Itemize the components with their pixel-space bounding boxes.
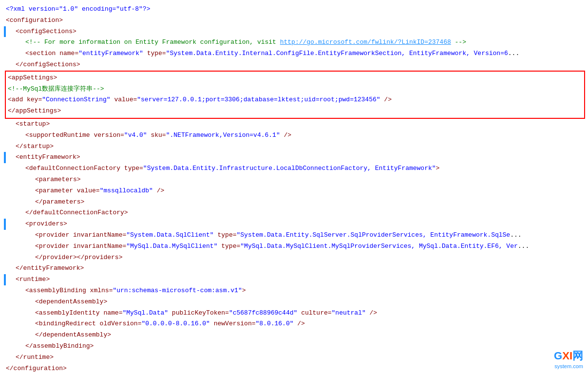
code-text: --> — [451, 38, 466, 46]
code-line-l13: <parameter value="mssqllocaldb" /> — [4, 186, 588, 197]
code-line-l25: <bindingRedirect oldVersion="0.0.0.0-8.0… — [4, 318, 588, 330]
code-line-l18: <provider invariantName="MySql.Data.MySq… — [4, 241, 588, 252]
code-text: <defaultConnectionFactory type= — [25, 165, 143, 172]
code-text: <providers> — [25, 220, 67, 227]
line-bar — [4, 26, 6, 37]
code-text: <bindingRedirect oldVersion= — [35, 320, 141, 327]
code-text: > — [242, 287, 246, 294]
code-text: <configSections> — [16, 28, 76, 35]
code-text: <startup> — [16, 120, 50, 128]
code-text: <section name= — [25, 50, 78, 57]
code-line-l20: </entityFramework> — [4, 263, 588, 274]
code-text: </runtime> — [16, 354, 54, 361]
watermark-url: system.com — [554, 363, 583, 369]
appsettings-open: <appSettings> — [6, 73, 584, 84]
code-text: "System.Data.Entity.SqlServer.SqlProvide… — [236, 231, 510, 239]
code-text: <!-- For more — [25, 38, 78, 46]
code-text: <assemblyIdentity name= — [35, 309, 122, 317]
code-text: "MySql.Data" — [122, 309, 168, 317]
code-text: "neutral" — [332, 309, 366, 317]
code-line-l24: <assemblyIdentity name="MySql.Data" publ… — [4, 308, 588, 319]
code-text: type= — [217, 243, 240, 250]
watermark: GXI网 system.com — [554, 349, 583, 369]
line-bar — [4, 274, 6, 285]
code-text: culture= — [297, 309, 331, 317]
watermark-logo: GXI网 — [554, 349, 583, 363]
appsettings-add: <add key="ConnectionString" value="serve… — [6, 94, 584, 106]
code-text: ... — [508, 50, 519, 57]
watermark-g: G — [554, 350, 562, 362]
code-text: newVersion= — [210, 320, 256, 327]
code-text: type= — [214, 231, 237, 239]
code-text: > — [436, 165, 440, 172]
code-line-l7: <startup> — [4, 119, 588, 130]
code-text: <parameters> — [35, 176, 81, 183]
code-line-l11: <defaultConnectionFactory type="System.D… — [4, 163, 588, 174]
code-text: </parameters> — [35, 198, 84, 206]
code-text: /> — [153, 187, 164, 194]
watermark-text: 网 — [572, 350, 583, 362]
code-line-l19: </provider></providers> — [4, 252, 588, 263]
code-line-l6: </configSections> — [4, 59, 588, 71]
code-line-l8: <supportedRuntime version="v4.0" sku=".N… — [4, 130, 588, 141]
lines-after: <startup><supportedRuntime version="v4.0… — [4, 119, 588, 374]
code-text: "entityFramework" — [78, 50, 143, 57]
code-text: publicKeyToken= — [168, 309, 229, 317]
code-text: </dependentAssembly> — [35, 331, 111, 338]
code-line-l28: </runtime> — [4, 352, 588, 363]
code-line-l16: <providers> — [4, 219, 588, 230]
code-line-l17: <provider invariantName="System.Data.Sql… — [4, 230, 588, 241]
code-text: on Entity Framework configuration, visit — [120, 38, 280, 46]
code-line-l9: </startup> — [4, 141, 588, 152]
code-text: "urn:schemas-microsoft-com:asm.v1" — [113, 287, 242, 294]
appsettings-block: <appSettings> <!--MySql数据库连接字符串--> <add … — [5, 71, 585, 119]
code-line-l15: </defaultConnectionFactory> — [4, 207, 588, 219]
code-text: type= — [143, 50, 166, 57]
code-text: <supportedRuntime version= — [25, 131, 124, 139]
line-bar — [4, 152, 6, 163]
code-line-l22: <assemblyBinding xmlns="urn:schemas-micr… — [4, 285, 588, 297]
code-text: "v4.0" — [124, 131, 147, 139]
code-link[interactable]: http://go.microsoft.com/fwlink/?LinkID=2… — [280, 38, 451, 46]
code-text: <configuration> — [6, 17, 63, 24]
code-text: <?xml version="1.0" encoding="utf-8"?> — [6, 5, 150, 13]
code-line-l12: <parameters> — [4, 174, 588, 186]
code-text: <provider invariantName= — [35, 231, 126, 239]
code-text: </provider> — [35, 254, 77, 261]
code-text: </configSections> — [16, 61, 80, 68]
code-line-l27: </assemblyBinding> — [4, 341, 588, 352]
code-text: /> — [294, 320, 305, 327]
code-line-l14: </parameters> — [4, 197, 588, 208]
code-text: "MySql.Data.MySqlClient.MySqlProviderSer… — [240, 243, 518, 250]
code-text: "System.Data.Entity.Infrastructure.Local… — [143, 165, 436, 172]
code-text: </defaultConnectionFactory> — [25, 209, 128, 216]
code-text: </configuration> — [6, 365, 67, 372]
code-line-l29: </configuration> — [4, 363, 588, 374]
code-text: ... — [518, 243, 529, 250]
code-text: /> — [366, 309, 377, 317]
code-text: "MySql.Data.MySqlClient" — [126, 243, 217, 250]
code-line-l4: <!-- For more information on Entity Fram… — [4, 37, 588, 48]
code-line-l5: <section name="entityFramework" type="Sy… — [4, 48, 588, 59]
code-line-l2: <configuration> — [4, 15, 588, 26]
code-text: ".NETFramework,Version=v4.6.1" — [166, 131, 280, 139]
code-text: </startup> — [16, 143, 54, 150]
code-line-l3: <configSections> — [4, 26, 588, 37]
code-text: <entityFramework> — [16, 153, 80, 161]
code-text: <dependentAssembly> — [35, 298, 107, 305]
code-text: <parameter value= — [35, 187, 100, 194]
line-bar — [4, 219, 6, 230]
code-line-l1: <?xml version="1.0" encoding="utf-8"?> — [4, 4, 588, 15]
code-text: <provider invariantName= — [35, 243, 126, 250]
code-text: <runtime> — [16, 276, 50, 283]
code-text: "0.0.0.0-8.0.16.0" — [141, 320, 209, 327]
code-text: "mssqllocaldb" — [100, 187, 153, 194]
code-text: ... — [510, 231, 521, 239]
code-line-l26: </dependentAssembly> — [4, 330, 588, 341]
appsettings-close: </appSettings> — [6, 106, 584, 117]
code-text: <assemblyBinding xmlns= — [25, 287, 113, 294]
code-text: "System.Data.Entity.Internal.ConfigFile.… — [166, 50, 508, 57]
code-text: </assemblyBinding> — [25, 342, 94, 350]
code-text: </providers> — [77, 254, 123, 261]
appsettings-comment: <!--MySql数据库连接字符串--> — [6, 84, 584, 95]
